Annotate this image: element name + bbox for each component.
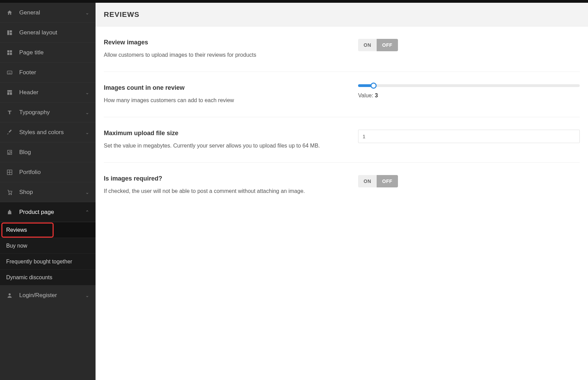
sidebar-item-general[interactable]: General ⌄ (0, 3, 96, 23)
svg-rect-0 (7, 30, 9, 35)
svg-rect-9 (7, 92, 9, 95)
sidebar-item-blog[interactable]: Blog (0, 142, 96, 162)
svg-rect-7 (7, 71, 12, 74)
svg-rect-2 (10, 33, 12, 35)
home-icon (6, 9, 13, 16)
slider-thumb[interactable] (370, 83, 377, 89)
setting-max-upload: Maximum upload file size Set the value i… (104, 117, 580, 163)
sidebar-item-shop[interactable]: Shop ⌄ (0, 182, 96, 202)
setting-title: Review images (104, 39, 344, 46)
svg-point-13 (9, 194, 9, 194)
slider-track[interactable] (358, 84, 580, 87)
chevron-down-icon: ⌄ (85, 90, 89, 95)
sidebar-sub-label: Buy now (6, 243, 27, 249)
page-title: REVIEWS (104, 10, 580, 19)
type-icon (6, 109, 13, 116)
chevron-up-icon: ⌃ (85, 209, 89, 215)
svg-rect-1 (10, 30, 12, 32)
slider-value-label: Value: 3 (358, 93, 580, 99)
svg-point-15 (9, 293, 11, 295)
user-icon (6, 292, 13, 299)
setting-review-images: Review images Allow customers to upload … (104, 26, 580, 72)
sidebar-item-login-register[interactable]: Login/Register ⌄ (0, 285, 96, 305)
setting-title: Images count in one review (104, 84, 344, 91)
settings-panel: Review images Allow customers to upload … (96, 26, 588, 208)
brush-icon (6, 129, 13, 136)
chevron-down-icon: ⌄ (85, 293, 89, 298)
svg-rect-5 (7, 53, 9, 55)
slider-images-count[interactable]: Value: 3 (358, 84, 580, 99)
svg-rect-3 (7, 50, 9, 52)
layout-icon (6, 29, 13, 36)
grid-icon (6, 49, 13, 56)
chevron-down-icon: ⌄ (85, 10, 89, 15)
keyboard-icon (6, 69, 13, 76)
sidebar-submenu-product-page: Reviews Buy now Frequently bought togeth… (0, 222, 96, 285)
setting-desc: If checked, the user will not be able to… (104, 187, 344, 195)
sidebar-item-page-title[interactable]: Page title (0, 43, 96, 63)
sidebar-item-label: Footer (19, 69, 89, 76)
setting-title: Is images required? (104, 175, 344, 182)
toggle-off[interactable]: OFF (377, 39, 398, 51)
svg-point-14 (11, 194, 11, 194)
svg-rect-6 (10, 53, 12, 55)
setting-desc: Set the value in megabytes. Currently yo… (104, 142, 344, 150)
sidebar-sub-label: Reviews (6, 227, 27, 233)
sidebar-item-label: Portfolio (19, 169, 89, 176)
toggle-on[interactable]: ON (358, 175, 377, 187)
svg-rect-10 (10, 92, 12, 95)
sidebar-item-typography[interactable]: Typography ⌄ (0, 102, 96, 122)
sidebar-item-styles-colors[interactable]: Styles and colors ⌄ (0, 122, 96, 142)
grid-icon (6, 89, 13, 96)
sidebar-item-label: General layout (19, 29, 89, 36)
sidebar-item-label: Shop (19, 189, 85, 196)
sidebar-item-label: Page title (19, 49, 89, 56)
bag-icon (6, 209, 13, 216)
toggle-images-required[interactable]: ON OFF (358, 175, 398, 187)
chevron-down-icon: ⌄ (85, 189, 89, 195)
sidebar-item-label: Blog (19, 149, 89, 156)
sidebar-item-product-page[interactable]: Product page ⌃ (0, 202, 96, 222)
setting-title: Maximum upload file size (104, 130, 344, 137)
sidebar-item-portfolio[interactable]: Portfolio (0, 162, 96, 182)
page-header: REVIEWS (96, 3, 588, 26)
setting-desc: Allow customers to upload images to thei… (104, 51, 344, 59)
setting-images-count: Images count in one review How many imag… (104, 72, 580, 117)
sidebar-item-label: Header (19, 89, 85, 96)
setting-images-required: Is images required? If checked, the user… (104, 163, 580, 208)
sidebar-item-header[interactable]: Header ⌄ (0, 83, 96, 102)
sidebar-item-footer[interactable]: Footer (0, 63, 96, 83)
edit-icon (6, 149, 13, 156)
sidebar: General ⌄ General layout Page title Foot… (0, 0, 96, 380)
toggle-off[interactable]: OFF (377, 175, 398, 187)
sidebar-sub-frequently-bought[interactable]: Frequently bought together (0, 254, 96, 270)
toggle-review-images[interactable]: ON OFF (358, 39, 398, 51)
sidebar-item-label: Login/Register (19, 292, 85, 299)
toggle-on[interactable]: ON (358, 39, 377, 51)
sidebar-sub-reviews[interactable]: Reviews (0, 222, 96, 238)
main-content: REVIEWS Review images Allow customers to… (96, 0, 588, 380)
chevron-down-icon: ⌄ (85, 110, 89, 115)
sidebar-sub-label: Dynamic discounts (6, 274, 52, 281)
input-max-upload[interactable] (358, 130, 580, 143)
chevron-down-icon: ⌄ (85, 130, 89, 135)
sidebar-item-label: Styles and colors (19, 129, 85, 136)
cart-icon (6, 189, 13, 196)
sidebar-item-label: Product page (19, 209, 85, 216)
setting-desc: How many images customers can add to eac… (104, 96, 344, 105)
sidebar-item-label: General (19, 9, 85, 16)
sidebar-item-label: Typography (19, 109, 85, 116)
svg-rect-8 (7, 90, 12, 92)
sidebar-sub-label: Frequently bought together (6, 259, 72, 265)
svg-rect-4 (10, 50, 12, 52)
sidebar-sub-dynamic-discounts[interactable]: Dynamic discounts (0, 270, 96, 285)
window-icon (6, 169, 13, 176)
sidebar-item-general-layout[interactable]: General layout (0, 23, 96, 43)
top-bar (0, 0, 588, 3)
sidebar-sub-buy-now[interactable]: Buy now (0, 238, 96, 254)
